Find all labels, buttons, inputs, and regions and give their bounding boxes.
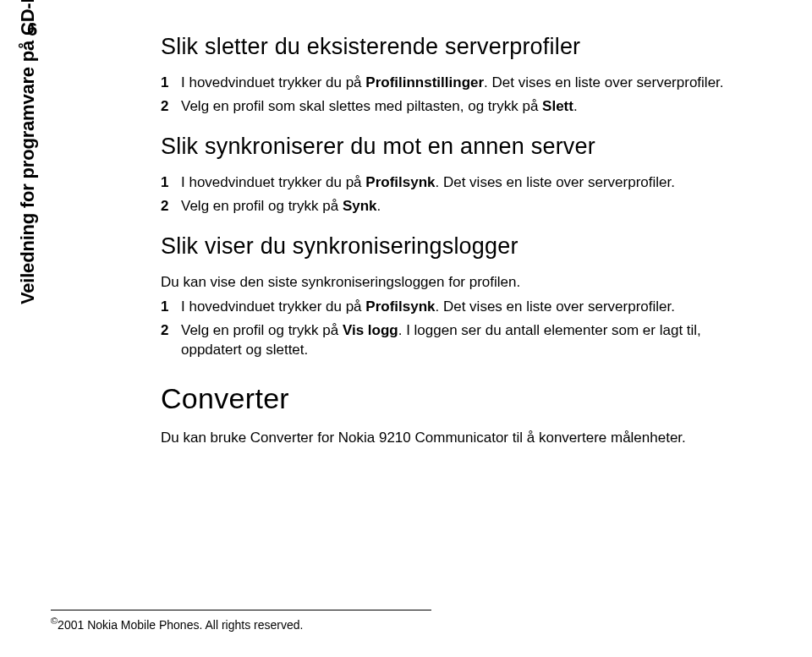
section-heading-converter: Converter [161,382,727,415]
step-number: 1 [161,298,181,317]
section-heading-sync-logs: Slik viser du synkroniseringslogger [161,233,727,260]
list-item: 2 Velg en profil som skal slettes med pi… [161,97,727,117]
document-page: 6 Veiledning for programvare på CD-ROM S… [0,0,812,657]
list-item: 2 Velg en profil og trykk på Vis logg. I… [161,321,727,360]
step-number: 1 [161,74,181,93]
step-text: I hovedvinduet trykker du på Profilsynk.… [181,298,727,317]
sidebar-vertical-label: Veiledning for programvare på CD-ROM [17,0,39,304]
converter-body: Du kan bruke Converter for Nokia 9210 Co… [161,429,727,448]
step-number: 2 [161,97,181,117]
list-item: 1 I hovedvinduet trykker du på Profilsyn… [161,298,727,317]
sync-logs-intro: Du kan vise den siste synkroniseringslog… [161,273,727,293]
section-heading-sync-server: Slik synkroniserer du mot en annen serve… [161,134,727,160]
step-number: 1 [161,173,181,193]
step-text: I hovedvinduet trykker du på Profilinnst… [181,74,727,93]
section-heading-delete-profiles: Slik sletter du eksisterende serverprofi… [161,34,727,60]
steps-sync-server: 1 I hovedvinduet trykker du på Profilsyn… [161,173,727,216]
step-number: 2 [161,321,181,341]
footer-text: 2001 Nokia Mobile Phones. All rights res… [58,618,303,632]
steps-delete-profiles: 1 I hovedvinduet trykker du på Profilinn… [161,74,727,117]
step-number: 2 [161,197,181,216]
step-text: Velg en profil og trykk på Synk. [181,197,727,216]
step-text: Velg en profil som skal slettes med pilt… [181,97,727,117]
list-item: 1 I hovedvinduet trykker du på Profilinn… [161,74,727,93]
list-item: 1 I hovedvinduet trykker du på Profilsyn… [161,173,727,193]
main-content: Slik sletter du eksisterende serverprofi… [161,34,727,448]
page-footer: ©2001 Nokia Mobile Phones. All rights re… [51,610,431,632]
step-text: I hovedvinduet trykker du på Profilsynk.… [181,173,727,193]
copyright-symbol: © [51,616,58,626]
steps-sync-logs: 1 I hovedvinduet trykker du på Profilsyn… [161,298,727,360]
list-item: 2 Velg en profil og trykk på Synk. [161,197,727,216]
step-text: Velg en profil og trykk på Vis logg. I l… [181,321,727,360]
